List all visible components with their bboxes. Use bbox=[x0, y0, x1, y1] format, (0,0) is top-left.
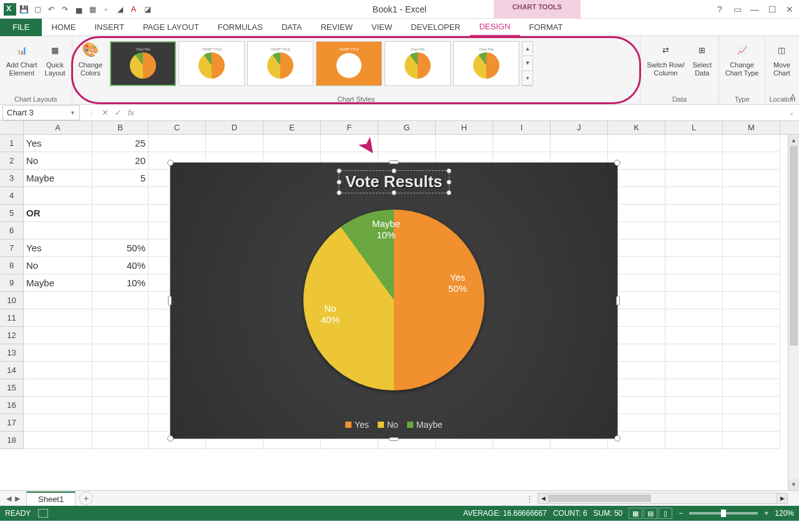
enter-formula-icon[interactable]: ✓ bbox=[115, 108, 122, 117]
cell[interactable] bbox=[206, 135, 263, 152]
add-sheet-button[interactable]: + bbox=[79, 491, 93, 505]
cell[interactable] bbox=[665, 187, 723, 205]
row-header[interactable]: 16 bbox=[0, 397, 24, 414]
row-header[interactable]: 10 bbox=[0, 292, 24, 309]
chart-style-5[interactable]: Chart Title bbox=[385, 41, 451, 86]
chart-style-2[interactable]: CHART TITLE bbox=[179, 41, 245, 86]
cell[interactable] bbox=[24, 309, 92, 327]
row-header[interactable]: 14 bbox=[0, 362, 24, 379]
styles-scroll-up-icon[interactable]: ▲ bbox=[522, 42, 532, 56]
switch-row-column-button[interactable]: ⇄ Switch Row/ Column bbox=[644, 39, 687, 79]
cell[interactable] bbox=[723, 257, 780, 274]
cell[interactable] bbox=[436, 135, 493, 152]
cell[interactable] bbox=[24, 344, 92, 362]
fx-icon[interactable]: fx bbox=[128, 108, 134, 117]
new-icon[interactable]: ▢ bbox=[31, 3, 44, 16]
cell[interactable] bbox=[321, 135, 378, 152]
cell[interactable] bbox=[723, 170, 780, 187]
qat-clear-icon[interactable]: ◪ bbox=[141, 3, 154, 16]
redo-icon[interactable]: ↷ bbox=[59, 3, 71, 16]
column-header[interactable]: I bbox=[493, 121, 551, 134]
column-header[interactable]: M bbox=[723, 121, 780, 134]
row-header[interactable]: 8 bbox=[0, 257, 24, 274]
column-header[interactable]: E bbox=[263, 121, 321, 134]
cell[interactable] bbox=[665, 397, 723, 414]
cell[interactable] bbox=[92, 414, 149, 432]
cell[interactable] bbox=[723, 397, 780, 414]
cell[interactable] bbox=[665, 344, 723, 362]
select-data-button[interactable]: ⊞ Select Data bbox=[690, 39, 715, 79]
close-icon[interactable]: ✕ bbox=[784, 4, 795, 14]
scroll-split-icon[interactable]: ⋮ bbox=[526, 494, 534, 503]
cell[interactable] bbox=[723, 222, 780, 239]
cell[interactable]: 25 bbox=[92, 135, 149, 152]
cell[interactable] bbox=[92, 292, 149, 309]
view-normal-icon[interactable]: ▦ bbox=[629, 508, 642, 519]
zoom-slider[interactable] bbox=[689, 512, 758, 515]
quick-layout-button[interactable]: ▦ Quick Layout bbox=[42, 39, 68, 79]
minimize-icon[interactable]: — bbox=[749, 4, 760, 14]
row-header[interactable]: 9 bbox=[0, 274, 24, 292]
cell[interactable] bbox=[665, 239, 723, 257]
cell[interactable] bbox=[24, 292, 92, 309]
macro-record-icon[interactable] bbox=[38, 509, 48, 518]
cell[interactable] bbox=[723, 362, 780, 379]
cell[interactable] bbox=[665, 222, 723, 239]
tab-insert[interactable]: INSERT bbox=[85, 19, 133, 36]
cell[interactable] bbox=[665, 327, 723, 344]
cell[interactable] bbox=[92, 432, 149, 449]
cell[interactable] bbox=[665, 432, 723, 449]
cell[interactable] bbox=[263, 135, 321, 152]
cell[interactable] bbox=[723, 292, 780, 309]
pie-chart[interactable]: Yes50% No40% Maybe10% bbox=[303, 210, 484, 390]
cell[interactable] bbox=[665, 170, 723, 187]
chart-resize-handle[interactable] bbox=[614, 160, 620, 166]
cell[interactable] bbox=[723, 205, 780, 222]
sheet-nav-next-icon[interactable]: ▶ bbox=[15, 495, 20, 503]
cancel-formula-icon[interactable]: ✕ bbox=[102, 108, 109, 117]
column-header[interactable]: J bbox=[551, 121, 608, 134]
title-handle[interactable] bbox=[336, 168, 341, 173]
column-header[interactable]: B bbox=[92, 121, 149, 134]
cell[interactable] bbox=[92, 397, 149, 414]
qat-shape-icon[interactable]: ▦ bbox=[86, 3, 99, 16]
cell[interactable] bbox=[723, 152, 780, 170]
row-header[interactable]: 2 bbox=[0, 152, 24, 170]
chart-resize-handle[interactable] bbox=[614, 435, 620, 442]
tab-formulas[interactable]: FORMULAS bbox=[208, 19, 272, 36]
column-header[interactable]: K bbox=[608, 121, 665, 134]
cell[interactable] bbox=[92, 222, 149, 239]
cell[interactable]: 40% bbox=[92, 257, 149, 274]
cell[interactable] bbox=[24, 379, 92, 397]
qat-font-color-icon[interactable]: A bbox=[127, 3, 140, 16]
tab-review[interactable]: REVIEW bbox=[311, 19, 362, 36]
zoom-in-icon[interactable]: + bbox=[764, 509, 768, 518]
cell[interactable]: No bbox=[24, 257, 92, 274]
cell[interactable] bbox=[378, 135, 436, 152]
hscroll-left-icon[interactable]: ◀ bbox=[537, 493, 549, 504]
chart-resize-handle[interactable] bbox=[389, 160, 399, 164]
cell[interactable] bbox=[723, 432, 780, 449]
horizontal-scrollbar[interactable]: ⋮ ◀ ▶ bbox=[526, 493, 788, 504]
title-handle[interactable] bbox=[336, 180, 341, 185]
chart-resize-handle[interactable] bbox=[389, 437, 399, 441]
chart-style-3[interactable]: CHART TITLE bbox=[247, 41, 313, 86]
cell[interactable] bbox=[24, 362, 92, 379]
cell[interactable]: 20 bbox=[92, 152, 149, 170]
cell[interactable] bbox=[551, 135, 608, 152]
qat-chart-icon[interactable]: ▅ bbox=[72, 3, 85, 16]
column-header[interactable]: H bbox=[436, 121, 493, 134]
cell[interactable]: Yes bbox=[24, 135, 92, 152]
cell[interactable]: Yes bbox=[24, 239, 92, 257]
change-chart-type-button[interactable]: 📈 Change Chart Type bbox=[723, 39, 762, 79]
row-header[interactable]: 11 bbox=[0, 309, 24, 327]
styles-more-icon[interactable]: ▾ bbox=[522, 71, 532, 85]
cell[interactable] bbox=[608, 135, 665, 152]
change-colors-button[interactable]: 🎨 Change Colors bbox=[76, 39, 105, 79]
chart-legend[interactable]: Yes No Maybe bbox=[345, 420, 443, 430]
cell[interactable] bbox=[665, 379, 723, 397]
ribbon-display-icon[interactable]: ▭ bbox=[732, 4, 743, 14]
cell[interactable] bbox=[92, 187, 149, 205]
row-header[interactable]: 1 bbox=[0, 135, 24, 152]
cell[interactable]: No bbox=[24, 152, 92, 170]
